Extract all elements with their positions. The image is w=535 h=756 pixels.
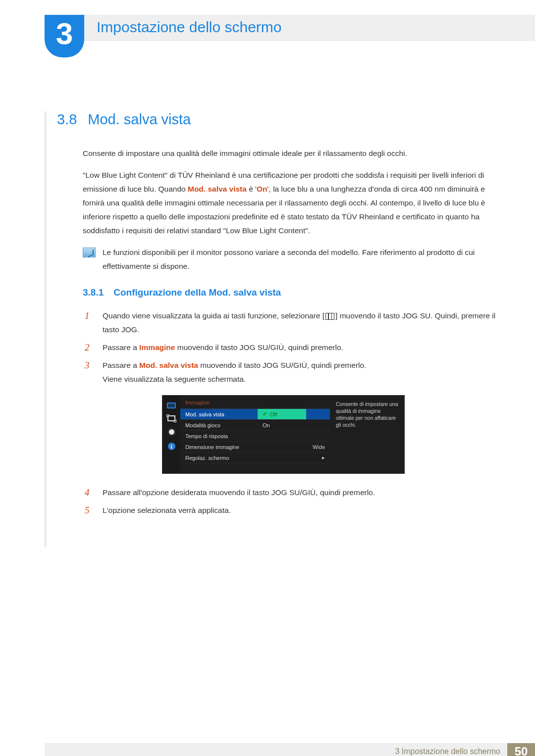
intro-paragraph-2: "Low Blue Light Content" di TÜV Rheinlan… [83,168,498,238]
chapter-header: 3 Impostazione dello schermo [0,15,535,54]
step-4: 4 Passare all'opzione desiderata muovend… [85,486,498,500]
p2-part-b: è ' [247,185,257,193]
note-text: Le funzioni disponibili per il monitor p… [103,246,498,273]
osd-screenshot: i Immagine Mod. salva vista ✓ [162,395,498,474]
step-1-text-a: Quando viene visualizzata la guida ai ta… [103,311,324,320]
step-3-text-a: Passare a [103,361,139,369]
note-callout: Le funzioni disponibili per il monitor p… [83,246,498,273]
step-4-text: Passare all'opzione desiderata muovendo … [103,486,498,500]
osd-item-image-size: Dimensione immagine Wide [180,442,330,453]
page-footer: 3 Impostazione dello schermo 50 [0,744,535,756]
highlighted-term-3: Immagine [139,343,175,352]
osd-option-label: On [263,422,270,428]
check-icon: ✓ [263,411,267,417]
highlighted-term-4: Mod. salva vista [139,361,198,369]
info-icon: i [168,443,175,450]
step-number: 3 [85,358,94,386]
step-3: 3 Passare a Mod. salva vista muovendo il… [85,358,498,386]
step-2-text-a: Passare a [103,343,139,352]
step-number: 5 [85,504,94,517]
step-2: 2 Passare a Immagine muovendo il tasto J… [85,341,498,354]
step-1: 1 Quando viene visualizzata la guida ai … [85,309,498,337]
subsection-title: Configurazione della Mod. salva vista [113,287,281,298]
step-list-continued: 4 Passare all'opzione desiderata muovend… [85,486,498,517]
step-number: 2 [85,341,94,354]
osd-sidebar: i [162,396,180,473]
step-3-text-c: Viene visualizzata la seguente schermata… [103,375,246,383]
menu-icon [325,313,334,320]
osd-label: Dimensione immagine [185,444,313,450]
section-heading: 3.8 Mod. salva vista [57,111,498,128]
osd-label: Tempo di risposta [185,433,325,439]
subsection-heading: 3.8.1 Configurazione della Mod. salva vi… [83,287,498,298]
osd-label: Regolaz. schermo [185,455,322,461]
chapter-title: Impostazione dello schermo [97,19,282,36]
intro-paragraph-1: Consente di impostare una qualità delle … [83,147,498,160]
osd-item-screen-adjust: Regolaz. schermo ▸ [180,453,330,463]
page-number: 50 [507,743,535,756]
osd-item-game-mode: Modalità gioco [180,420,330,431]
step-list: 1 Quando viene visualizzata la guida ai … [85,309,498,386]
osd-description: Consente di impostare una qualità di imm… [330,396,404,473]
step-5: 5 L'opzione selezionata verrà applicata. [85,504,498,517]
osd-item-eye-saver: Mod. salva vista [180,409,330,420]
section-number: 3.8 [57,111,77,128]
osd-item-response-time: Tempo di risposta [180,431,330,442]
left-gutter [45,111,47,547]
step-2-text-b: muovendo il tasto JOG SU/GIÙ, quindi pre… [175,343,343,352]
osd-main-panel: Immagine Mod. salva vista ✓ Off [180,396,330,473]
step-3-text-b: muovendo il tasto JOG SU/GIÙ, quindi pre… [198,361,366,369]
chapter-number: 3 [56,16,73,51]
osd-menu-title: Immagine [180,400,330,409]
osd-option-label: Off [270,411,277,417]
osd-submenu: ✓ Off On [258,409,306,431]
chapter-badge: 3 [45,15,84,57]
footer-chapter-label: 3 Impostazione dello schermo [395,747,500,756]
chevron-right-icon: ▸ [322,454,325,461]
gear-icon [168,428,175,436]
step-5-text: L'opzione selezionata verrà applicata. [103,504,498,517]
osd-value: Wide [313,444,325,450]
subsection-number: 3.8.1 [83,287,104,298]
highlighted-term-1: Mod. salva vista [188,185,247,193]
osd-option-on: On [258,420,306,431]
note-icon [83,248,96,257]
step-number: 1 [85,309,94,337]
section-title: Mod. salva vista [88,111,191,128]
resize-icon [167,415,175,421]
osd-option-off: ✓ Off [258,409,306,420]
monitor-icon [167,403,176,408]
step-number: 4 [85,486,94,500]
highlighted-term-2: On [257,185,268,193]
